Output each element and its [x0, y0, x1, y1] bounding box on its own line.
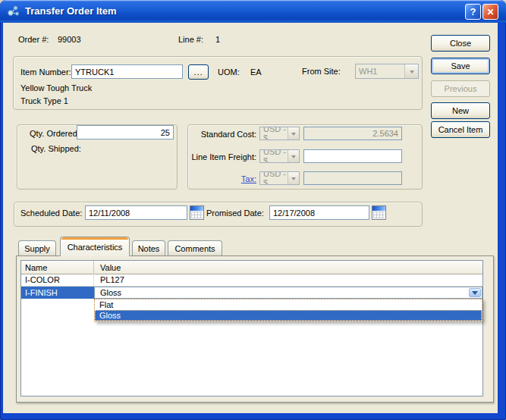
value-combobox-text: Gloss [100, 288, 121, 297]
standard-cost-currency-select: USD - $ [259, 127, 300, 140]
table-header-row: Name Value [21, 261, 482, 274]
order-number-value: 99003 [58, 35, 81, 45]
chevron-down-icon[interactable] [469, 288, 481, 297]
ellipsis-icon: ... [193, 67, 203, 77]
promised-date-label: Promised Date: [206, 208, 264, 218]
tab-characteristics-label: Characteristics [68, 243, 123, 252]
qty-ordered-input[interactable] [77, 125, 174, 139]
titlebar[interactable]: Transfer Order Item ? ✕ [0, 0, 506, 23]
tab-notes-label: Notes [138, 244, 160, 253]
tax-link-wrap: Tax: [186, 174, 256, 184]
item-number-label: Item Number: [20, 67, 71, 77]
tab-characteristics[interactable]: Characteristics [60, 237, 130, 256]
tax-link[interactable]: Tax: [241, 174, 256, 183]
characteristics-table: Name Value I-COLOR PL127 I-FINISH Gloss … [20, 260, 483, 396]
uom-label: UOM: [218, 67, 240, 77]
from-site-select[interactable]: WH1 [355, 64, 419, 79]
line-number-value: 1 [215, 35, 220, 45]
standard-cost-currency-value: USD - $ [263, 127, 288, 140]
freight-currency-select: USD - $ [259, 149, 300, 163]
tab-comments[interactable]: Comments [168, 240, 222, 256]
molecule-icon [7, 5, 20, 18]
window-title: Transfer Order Item [25, 5, 117, 17]
close-button[interactable]: Close [431, 35, 490, 52]
promised-date-input[interactable] [269, 205, 369, 220]
row-name-cell[interactable]: I-COLOR [21, 274, 94, 286]
tab-supply-label: Supply [24, 244, 50, 253]
qty-ordered-label: Qty. Ordered: [30, 129, 80, 139]
standard-cost-label: Standard Cost: [186, 130, 256, 139]
line-number-label: Line #: [178, 35, 203, 45]
tab-supply[interactable]: Supply [18, 240, 56, 256]
tax-currency-select: USD - $ [259, 171, 300, 185]
close-button-label: Close [450, 39, 471, 48]
transfer-order-item-window: Transfer Order Item ? ✕ Order #: 99003 L… [0, 0, 506, 420]
column-header-value[interactable]: Value [94, 261, 482, 274]
new-button-label: New [452, 106, 469, 115]
save-button[interactable]: Save [431, 58, 490, 74]
item-number-input[interactable] [71, 64, 183, 79]
uom-value: EA [250, 67, 262, 77]
chevron-down-icon [288, 172, 299, 184]
dropdown-option-flat[interactable]: Flat [95, 299, 482, 310]
dropdown-option-gloss[interactable]: Gloss [95, 310, 482, 321]
cancel-item-button[interactable]: Cancel Item [431, 121, 490, 138]
help-button[interactable]: ? [465, 4, 481, 20]
standard-cost-input [303, 127, 402, 140]
cancel-item-button-label: Cancel Item [438, 125, 483, 134]
qty-shipped-label: Qty. Shipped: [31, 144, 81, 154]
chevron-down-icon [404, 64, 418, 78]
item-description-line2: Truck Type 1 [20, 96, 68, 106]
close-icon: ✕ [486, 7, 494, 17]
scheduled-date-calendar-icon[interactable] [190, 205, 204, 220]
previous-button[interactable]: Previous [431, 80, 490, 97]
scheduled-date-label: Scheduled Date: [20, 208, 82, 218]
tax-currency-value: USD - $ [263, 171, 288, 185]
tab-comments-label: Comments [174, 244, 215, 253]
column-header-name[interactable]: Name [21, 261, 94, 274]
chevron-down-icon [288, 127, 299, 139]
close-window-button[interactable]: ✕ [482, 4, 498, 20]
from-site-value: WH1 [359, 67, 377, 76]
new-button[interactable]: New [431, 102, 490, 119]
scheduled-date-input[interactable] [85, 205, 187, 220]
row-value-cell[interactable]: PL127 [94, 274, 482, 286]
order-number-label: Order #: [18, 35, 49, 45]
item-description-line1: Yellow Tough Truck [20, 83, 92, 93]
value-dropdown-list: Flat Gloss [94, 299, 482, 321]
line-item-freight-label: Line Item Freight: [182, 152, 256, 162]
freight-input[interactable] [303, 149, 402, 163]
save-button-label: Save [451, 61, 470, 71]
table-row[interactable]: I-COLOR PL127 [21, 274, 482, 287]
tax-input [303, 171, 402, 185]
from-site-label: From Site: [302, 67, 341, 77]
value-combobox[interactable]: Gloss [94, 287, 482, 299]
freight-currency-value: USD - $ [263, 149, 288, 163]
chevron-down-icon [288, 150, 299, 162]
table-row-selected-name-cell[interactable]: I-FINISH [21, 287, 94, 299]
item-browse-button[interactable]: ... [188, 64, 209, 80]
promised-date-calendar-icon[interactable] [372, 205, 386, 220]
help-icon: ? [470, 6, 476, 17]
tab-notes[interactable]: Notes [132, 240, 165, 256]
previous-button-label: Previous [445, 84, 477, 93]
